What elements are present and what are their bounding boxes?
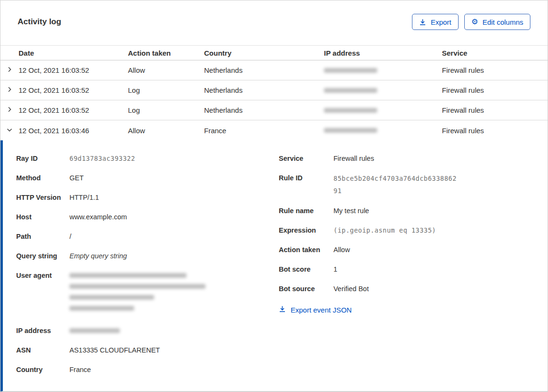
cell-country: Netherlands [204,106,324,114]
detail-action-taken: Action taken Allow [279,244,533,255]
cell-date: 12 Oct, 2021 16:03:52 [19,86,128,94]
detail-column-right: Service Firewall rules Rule ID 85bce5b20… [279,153,533,314]
download-icon [419,19,426,26]
cell-service: Firewall rules [442,127,548,135]
cell-ip-redacted [324,88,442,93]
cell-action: Log [128,86,204,94]
detail-value: 85bce5b204cf4703a764dcb633886291 [333,172,458,197]
table-row[interactable]: 12 Oct, 2021 16:03:52 Log Netherlands Fi… [0,80,548,100]
redacted-user-agent [69,270,206,317]
detail-label: Service [279,153,333,164]
cell-country: France [204,127,324,135]
detail-value: My test rule [333,205,369,216]
column-header-service: Service [442,49,548,57]
table-header-row: Date Action taken Country IP address Ser… [0,45,548,60]
detail-user-agent: User agent [16,270,279,317]
detail-value: Verified Bot [333,283,369,294]
detail-label: ASN [16,344,69,356]
detail-service: Service Firewall rules [279,153,533,164]
export-event-json-label: Export event JSON [291,306,352,314]
detail-ip-address: IP address [16,325,279,336]
detail-path: Path / [16,231,279,242]
detail-ray-id: Ray ID 69d13783ac393322 [16,153,279,164]
cell-service: Firewall rules [442,66,548,74]
cell-country: Netherlands [204,66,324,74]
detail-label: IP address [16,325,69,336]
detail-label: Bot source [279,283,333,294]
cell-ip-redacted [324,68,442,73]
detail-label: User agent [16,270,69,317]
detail-bot-score: Bot score 1 [279,264,533,275]
detail-http-version: HTTP Version HTTP/1.1 [16,192,279,203]
table-row[interactable]: 12 Oct, 2021 16:03:52 Log Netherlands Fi… [0,100,548,120]
detail-method: Method GET [16,172,279,184]
detail-value: HTTP/1.1 [69,192,99,203]
cell-ip-redacted [324,108,442,113]
table-row[interactable]: 12 Oct, 2021 16:03:52 Allow Netherlands … [0,60,548,80]
detail-query-string: Query string Empty query string [16,250,279,262]
cell-service: Firewall rules [442,106,548,114]
detail-column-left: Ray ID 69d13783ac393322 Method GET HTTP … [16,153,279,383]
column-header-action: Action taken [128,49,204,57]
export-button[interactable]: Export [412,14,458,30]
cell-action: Allow [128,127,204,135]
activity-log-panel: Activity log Export ⚙ Edit columns Date … [0,0,548,392]
chevron-right-icon [6,66,13,74]
toolbar: Export ⚙ Edit columns [412,14,530,30]
detail-bot-source: Bot source Verified Bot [279,283,533,294]
cell-action: Log [128,106,204,114]
detail-label: Method [16,172,69,184]
detail-label: Rule ID [279,172,333,197]
cell-date: 12 Oct, 2021 16:03:52 [19,106,128,114]
detail-label: Host [16,211,69,223]
detail-rule-id: Rule ID 85bce5b204cf4703a764dcb633886291 [279,172,533,197]
detail-label: Action taken [279,244,333,255]
expand-row-button[interactable] [0,100,19,120]
edit-columns-button[interactable]: ⚙ Edit columns [464,14,530,30]
expand-row-button[interactable] [0,80,19,100]
detail-asn: ASN AS13335 CLOUDFLARENET [16,344,279,356]
event-detail-panel: Ray ID 69d13783ac393322 Method GET HTTP … [0,140,548,392]
detail-label: Ray ID [16,153,69,164]
detail-value: Firewall rules [333,153,374,164]
detail-value: AS13335 CLOUDFLARENET [69,344,160,356]
collapse-row-button[interactable] [0,120,19,140]
detail-label: Path [16,231,69,242]
redacted-ip [69,328,120,333]
edit-columns-button-label: Edit columns [482,18,523,26]
page-title: Activity log [18,17,61,27]
detail-expression: Expression (ip.geoip.asnum eq 13335) [279,225,533,236]
cell-service: Firewall rules [442,86,548,94]
activity-log-table: Date Action taken Country IP address Ser… [0,45,548,392]
column-header-country: Country [204,49,324,57]
detail-value: 69d13783ac393322 [69,153,135,164]
detail-label: Country [16,364,69,375]
detail-value: / [69,231,71,242]
detail-value: Empty query string [69,250,127,262]
detail-value: www.example.com [69,211,127,223]
detail-label: Query string [16,250,69,262]
cell-date: 12 Oct, 2021 16:03:46 [19,127,128,135]
column-header-ip: IP address [324,49,442,57]
detail-label: Bot score [279,264,333,275]
table-row-expanded[interactable]: 12 Oct, 2021 16:03:46 Allow France Firew… [0,120,548,140]
detail-value: (ip.geoip.asnum eq 13335) [333,225,436,236]
detail-label: HTTP Version [16,192,69,203]
download-icon [279,305,286,314]
detail-label: Rule name [279,205,333,216]
cell-action: Allow [128,66,204,74]
expand-row-button[interactable] [0,60,19,80]
gear-icon: ⚙ [471,18,478,26]
detail-label: Expression [279,225,333,236]
detail-rule-name: Rule name My test rule [279,205,533,216]
cell-country: Netherlands [204,86,324,94]
export-button-label: Export [431,18,451,26]
header-bar: Activity log Export ⚙ Edit columns [0,0,548,30]
cell-date: 12 Oct, 2021 16:03:52 [19,66,128,74]
detail-value: France [69,364,91,375]
detail-host: Host www.example.com [16,211,279,223]
chevron-right-icon [6,106,13,114]
detail-value: Allow [333,244,350,255]
export-event-json-link[interactable]: Export event JSON [279,305,352,314]
cell-ip-redacted [324,128,442,133]
